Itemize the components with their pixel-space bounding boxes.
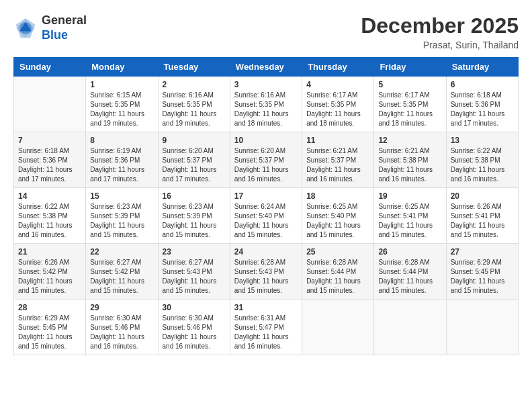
day-info: Sunrise: 6:18 AMSunset: 5:36 PMDaylight:… [451, 91, 514, 128]
day-number: 1 [90, 80, 153, 89]
day-info: Sunrise: 6:25 AMSunset: 5:41 PMDaylight:… [378, 202, 441, 240]
calendar-day-cell: 28Sunrise: 6:29 AMSunset: 5:45 PMDayligh… [14, 300, 86, 355]
logo-icon [13, 16, 38, 40]
calendar-day-cell: 3Sunrise: 6:16 AMSunset: 5:35 PMDaylight… [230, 77, 302, 132]
day-number: 8 [90, 136, 153, 145]
day-info: Sunrise: 6:27 AMSunset: 5:42 PMDaylight:… [90, 258, 153, 295]
calendar-day-cell [446, 300, 518, 355]
calendar-day-cell: 21Sunrise: 6:26 AMSunset: 5:42 PMDayligh… [14, 244, 86, 300]
day-number: 19 [378, 191, 441, 201]
calendar-day-cell: 1Sunrise: 6:15 AMSunset: 5:35 PMDaylight… [86, 77, 158, 132]
calendar-day-header: Wednesday [230, 58, 302, 77]
month-title: December 2025 [361, 13, 519, 38]
day-number: 30 [163, 303, 226, 312]
calendar-day-cell: 7Sunrise: 6:18 AMSunset: 5:36 PMDaylight… [14, 132, 86, 188]
day-info: Sunrise: 6:17 AMSunset: 5:35 PMDaylight:… [306, 91, 369, 128]
title-section: December 2025 Prasat, Surin, Thailand [361, 13, 519, 50]
page-header: General Blue December 2025 Prasat, Surin… [13, 13, 519, 50]
calendar-day-cell: 8Sunrise: 6:19 AMSunset: 5:36 PMDaylight… [86, 132, 158, 188]
calendar-day-cell: 12Sunrise: 6:21 AMSunset: 5:38 PMDayligh… [374, 132, 446, 188]
calendar-week-row: 1Sunrise: 6:15 AMSunset: 5:35 PMDaylight… [14, 77, 519, 132]
day-info: Sunrise: 6:21 AMSunset: 5:38 PMDaylight:… [378, 146, 441, 184]
day-info: Sunrise: 6:28 AMSunset: 5:44 PMDaylight:… [378, 258, 441, 295]
day-info: Sunrise: 6:17 AMSunset: 5:35 PMDaylight:… [378, 91, 441, 128]
day-number: 2 [163, 80, 226, 89]
day-info: Sunrise: 6:16 AMSunset: 5:35 PMDaylight:… [234, 91, 298, 128]
calendar-day-cell: 15Sunrise: 6:23 AMSunset: 5:39 PMDayligh… [86, 188, 158, 244]
calendar-day-cell: 6Sunrise: 6:18 AMSunset: 5:36 PMDaylight… [446, 77, 518, 132]
calendar-day-header: Thursday [302, 58, 374, 77]
day-number: 13 [451, 136, 514, 145]
day-number: 7 [18, 136, 81, 145]
calendar-week-row: 28Sunrise: 6:29 AMSunset: 5:45 PMDayligh… [14, 300, 519, 355]
day-info: Sunrise: 6:19 AMSunset: 5:36 PMDaylight:… [90, 146, 153, 184]
day-info: Sunrise: 6:15 AMSunset: 5:35 PMDaylight:… [90, 91, 153, 128]
calendar-day-cell: 9Sunrise: 6:20 AMSunset: 5:37 PMDaylight… [158, 132, 230, 188]
calendar-day-cell: 30Sunrise: 6:30 AMSunset: 5:46 PMDayligh… [158, 300, 230, 355]
calendar-day-cell: 23Sunrise: 6:27 AMSunset: 5:43 PMDayligh… [158, 244, 230, 300]
day-info: Sunrise: 6:29 AMSunset: 5:45 PMDaylight:… [451, 258, 514, 295]
day-info: Sunrise: 6:20 AMSunset: 5:37 PMDaylight:… [234, 146, 298, 184]
day-number: 26 [378, 247, 441, 257]
calendar-day-header: Tuesday [158, 58, 230, 77]
logo: General Blue [13, 13, 87, 42]
calendar-day-cell [14, 77, 86, 132]
day-info: Sunrise: 6:21 AMSunset: 5:37 PMDaylight:… [306, 146, 369, 184]
location-text: Prasat, Surin, Thailand [361, 40, 519, 50]
day-info: Sunrise: 6:29 AMSunset: 5:45 PMDaylight:… [18, 314, 81, 351]
calendar-day-cell: 2Sunrise: 6:16 AMSunset: 5:35 PMDaylight… [158, 77, 230, 132]
day-number: 23 [163, 247, 226, 257]
day-info: Sunrise: 6:24 AMSunset: 5:40 PMDaylight:… [234, 202, 298, 240]
calendar-week-row: 21Sunrise: 6:26 AMSunset: 5:42 PMDayligh… [14, 244, 519, 300]
day-info: Sunrise: 6:25 AMSunset: 5:40 PMDaylight:… [306, 202, 369, 240]
calendar-day-cell: 16Sunrise: 6:23 AMSunset: 5:39 PMDayligh… [158, 188, 230, 244]
day-number: 18 [306, 191, 369, 201]
calendar-day-cell: 31Sunrise: 6:31 AMSunset: 5:47 PMDayligh… [230, 300, 302, 355]
calendar-table: SundayMondayTuesdayWednesdayThursdayFrid… [13, 57, 519, 355]
day-number: 9 [163, 136, 226, 145]
calendar-day-header: Saturday [446, 58, 518, 77]
calendar-day-cell: 18Sunrise: 6:25 AMSunset: 5:40 PMDayligh… [302, 188, 374, 244]
calendar-day-cell: 17Sunrise: 6:24 AMSunset: 5:40 PMDayligh… [230, 188, 302, 244]
calendar-day-cell: 5Sunrise: 6:17 AMSunset: 5:35 PMDaylight… [374, 77, 446, 132]
calendar-day-cell: 29Sunrise: 6:30 AMSunset: 5:46 PMDayligh… [86, 300, 158, 355]
calendar-day-cell [302, 300, 374, 355]
day-number: 25 [306, 247, 369, 257]
day-info: Sunrise: 6:28 AMSunset: 5:44 PMDaylight:… [306, 258, 369, 295]
day-info: Sunrise: 6:23 AMSunset: 5:39 PMDaylight:… [90, 202, 153, 240]
day-info: Sunrise: 6:26 AMSunset: 5:41 PMDaylight:… [451, 202, 514, 240]
day-number: 11 [306, 136, 369, 145]
day-number: 12 [378, 136, 441, 145]
day-number: 27 [451, 247, 514, 257]
calendar-day-cell: 26Sunrise: 6:28 AMSunset: 5:44 PMDayligh… [374, 244, 446, 300]
day-number: 5 [378, 80, 441, 89]
day-info: Sunrise: 6:28 AMSunset: 5:43 PMDaylight:… [234, 258, 298, 295]
day-number: 3 [234, 80, 298, 89]
day-number: 28 [18, 303, 81, 312]
calendar-day-cell: 13Sunrise: 6:22 AMSunset: 5:38 PMDayligh… [446, 132, 518, 188]
calendar-day-cell: 4Sunrise: 6:17 AMSunset: 5:35 PMDaylight… [302, 77, 374, 132]
calendar-day-cell: 14Sunrise: 6:22 AMSunset: 5:38 PMDayligh… [14, 188, 86, 244]
day-number: 22 [90, 247, 153, 257]
calendar-week-row: 14Sunrise: 6:22 AMSunset: 5:38 PMDayligh… [14, 188, 519, 244]
day-number: 14 [18, 191, 81, 201]
day-info: Sunrise: 6:23 AMSunset: 5:39 PMDaylight:… [163, 202, 226, 240]
day-number: 4 [306, 80, 369, 89]
day-info: Sunrise: 6:20 AMSunset: 5:37 PMDaylight:… [163, 146, 226, 184]
day-info: Sunrise: 6:30 AMSunset: 5:46 PMDaylight:… [90, 314, 153, 351]
day-info: Sunrise: 6:18 AMSunset: 5:36 PMDaylight:… [18, 146, 81, 184]
calendar-day-cell: 19Sunrise: 6:25 AMSunset: 5:41 PMDayligh… [374, 188, 446, 244]
day-info: Sunrise: 6:31 AMSunset: 5:47 PMDaylight:… [234, 314, 298, 351]
calendar-day-cell: 10Sunrise: 6:20 AMSunset: 5:37 PMDayligh… [230, 132, 302, 188]
day-number: 17 [234, 191, 298, 201]
day-info: Sunrise: 6:27 AMSunset: 5:43 PMDaylight:… [163, 258, 226, 295]
calendar-day-cell: 24Sunrise: 6:28 AMSunset: 5:43 PMDayligh… [230, 244, 302, 300]
calendar-day-header: Sunday [14, 58, 86, 77]
day-info: Sunrise: 6:30 AMSunset: 5:46 PMDaylight:… [163, 314, 226, 351]
calendar-week-row: 7Sunrise: 6:18 AMSunset: 5:36 PMDaylight… [14, 132, 519, 188]
calendar-day-header: Monday [86, 58, 158, 77]
calendar-day-cell [374, 300, 446, 355]
calendar-day-cell: 11Sunrise: 6:21 AMSunset: 5:37 PMDayligh… [302, 132, 374, 188]
day-info: Sunrise: 6:22 AMSunset: 5:38 PMDaylight:… [451, 146, 514, 184]
day-info: Sunrise: 6:16 AMSunset: 5:35 PMDaylight:… [163, 91, 226, 128]
